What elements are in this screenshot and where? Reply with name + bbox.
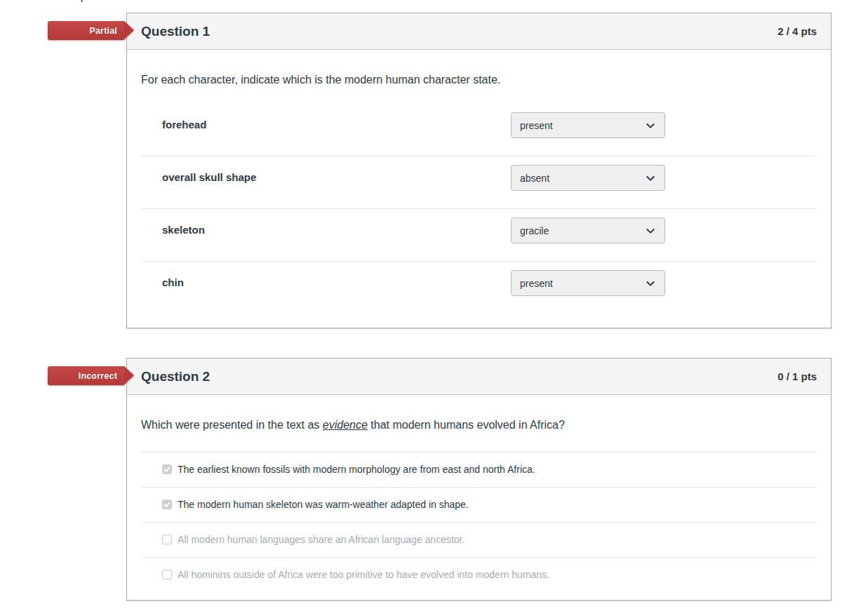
answer-select-value: present — [520, 278, 645, 289]
chevron-down-icon — [645, 173, 656, 184]
matching-row: overall skull shape absent — [141, 156, 817, 209]
question-points: 0 / 1 pts — [777, 370, 817, 382]
question-card-2: Question 2 0 / 1 pts Which were presente… — [126, 358, 832, 601]
question-body: Which were presented in the text as evid… — [127, 417, 831, 592]
question-body: For each character, indicate which is th… — [127, 72, 831, 314]
status-flag-incorrect: Incorrect — [48, 366, 124, 385]
question-title: Question 2 — [141, 369, 210, 384]
answer-select-value: present — [520, 120, 645, 131]
question-title: Question 1 — [141, 24, 210, 39]
question-prompt: Which were presented in the text as evid… — [141, 417, 817, 433]
question-card-1: Question 1 2 / 4 pts For each character,… — [126, 13, 832, 328]
answer-select-value: gracile — [520, 225, 645, 236]
chevron-down-icon — [645, 225, 656, 236]
check-icon — [163, 501, 171, 508]
answer-option: All modern human languages share an Afri… — [141, 522, 817, 557]
emphasis-word: evidence — [323, 419, 368, 431]
question-header: Question 2 0 / 1 pts — [127, 359, 831, 395]
answer-option-label: The modern human skeleton was warm-weath… — [178, 499, 469, 511]
matching-row: skeleton gracile — [141, 209, 817, 262]
question-header: Question 1 2 / 4 pts — [127, 13, 831, 50]
status-flag-label: Incorrect — [79, 371, 124, 381]
answer-checkbox[interactable] — [162, 570, 172, 580]
attempt-time-note: This attempt took 4 minutes. — [28, 0, 169, 3]
answer-select[interactable]: present — [511, 270, 665, 296]
matching-row: chin present — [141, 262, 817, 314]
answer-select[interactable]: present — [511, 112, 665, 138]
matching-row: forehead present — [141, 104, 817, 156]
answer-option-label: All hominins outside of Africa were too … — [178, 569, 549, 581]
matching-row-label: skeleton — [162, 217, 205, 236]
answer-option: The earliest known fossils with modern m… — [141, 452, 817, 487]
answer-options: The earliest known fossils with modern m… — [141, 452, 817, 592]
matching-row-label: forehead — [162, 112, 206, 130]
check-icon — [163, 466, 171, 473]
matching-rows: forehead present overall skull shape abs… — [141, 104, 817, 314]
chevron-down-icon — [645, 120, 656, 131]
status-flag-partial: Partial — [48, 21, 124, 40]
question-points: 2 / 4 pts — [777, 25, 817, 37]
answer-checkbox[interactable] — [162, 464, 172, 474]
chevron-down-icon — [645, 278, 656, 289]
status-flag-label: Partial — [89, 26, 124, 36]
answer-select[interactable]: absent — [511, 165, 665, 191]
answer-select[interactable]: gracile — [511, 217, 665, 243]
answer-checkbox[interactable] — [162, 535, 172, 544]
answer-select-value: absent — [520, 173, 645, 184]
matching-row-label: chin — [162, 270, 184, 288]
answer-option: The modern human skeleton was warm-weath… — [141, 487, 817, 522]
answer-option-label: All modern human languages share an Afri… — [178, 534, 465, 546]
answer-option-label: The earliest known fossils with modern m… — [178, 464, 535, 476]
matching-row-label: overall skull shape — [162, 165, 256, 183]
answer-checkbox[interactable] — [162, 500, 172, 509]
answer-option: All hominins outside of Africa were too … — [141, 557, 817, 592]
question-prompt: For each character, indicate which is th… — [141, 72, 817, 88]
